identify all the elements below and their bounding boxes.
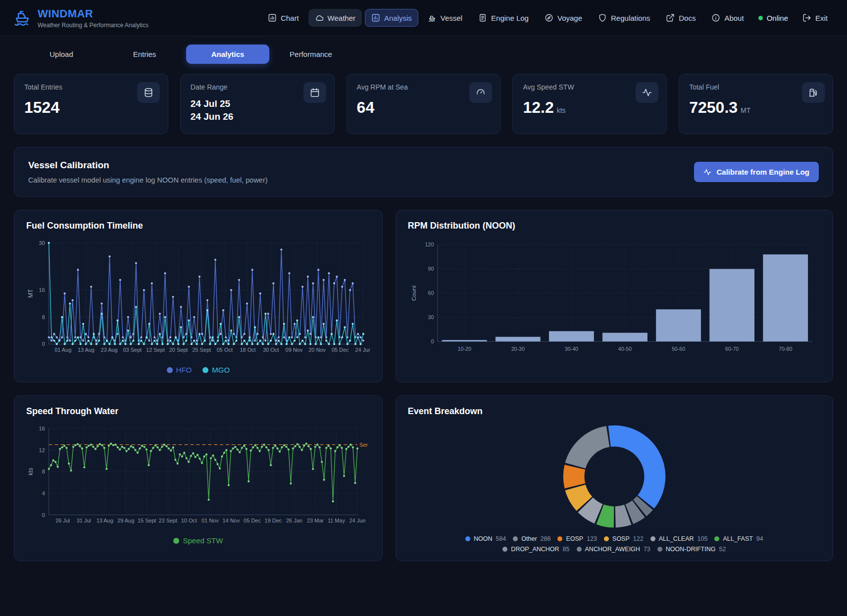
stats-row: Total Entries 1524 Date Range 24 Jul 25 …: [0, 71, 847, 134]
tab-entries[interactable]: Entries: [103, 45, 186, 64]
stat-label: Total Entries: [24, 83, 62, 91]
svg-text:23 Sept: 23 Sept: [158, 518, 177, 524]
donut-segment-eosp[interactable]: [574, 467, 575, 486]
legend-item-hfo[interactable]: HFO: [167, 366, 192, 374]
legend-count: 105: [698, 535, 708, 542]
legend-item-speed-stw[interactable]: Speed STW: [173, 536, 223, 545]
legend-item-eosp[interactable]: EOSP123: [557, 535, 597, 542]
svg-text:25 Sept: 25 Sept: [192, 347, 211, 353]
svg-text:24 Jun: 24 Jun: [355, 347, 370, 353]
nav-item-docs[interactable]: Docs: [659, 9, 702, 27]
legend-item-noon-drifting[interactable]: NOON-DRIFTING52: [657, 546, 726, 553]
nav-item-weather[interactable]: Weather: [308, 9, 362, 27]
svg-text:29 Aug: 29 Aug: [117, 518, 134, 524]
svg-text:01 Aug: 01 Aug: [54, 347, 71, 353]
legend-label: ALL_FAST: [723, 535, 752, 542]
donut-segment-all_clear[interactable]: [586, 505, 599, 514]
calibrate-button-label: Calibrate from Engine Log: [716, 168, 809, 176]
legend-item-mgo[interactable]: MGO: [202, 366, 230, 374]
activity-icon: [636, 82, 658, 103]
legend-item-all-clear[interactable]: ALL_CLEAR105: [650, 535, 708, 542]
svg-text:23 Aug: 23 Aug: [101, 347, 118, 353]
legend-item-sosp[interactable]: SOSP122: [604, 535, 644, 542]
legend-count: 52: [719, 546, 726, 553]
analysis-icon: [371, 13, 380, 22]
legend-count: 94: [756, 535, 763, 542]
fuel-consumption-chart[interactable]: 01 Aug13 Aug23 Aug03 Sept12 Sept20 Sept2…: [26, 238, 370, 362]
svg-text:10-20: 10-20: [457, 346, 471, 352]
legend-count: 123: [587, 535, 597, 542]
donut-segment-noon-drifting[interactable]: [640, 503, 645, 508]
svg-text:12: 12: [39, 447, 45, 453]
weather-icon: [315, 13, 324, 22]
svg-text:03 Sept: 03 Sept: [123, 347, 142, 353]
panel-speed-through-water: Speed Through Water 26 Jul31 Jul13 Aug29…: [14, 395, 383, 561]
tab-upload[interactable]: Upload: [20, 45, 103, 64]
calibrate-button[interactable]: Calibrate from Engine Log: [694, 162, 819, 182]
legend-item-drop-anchor[interactable]: DROP_ANCHOR85: [502, 546, 569, 553]
legend-count: 122: [633, 535, 644, 542]
legend-item-noon[interactable]: NOON584: [465, 535, 506, 542]
regulations-icon: [598, 13, 607, 22]
nav-item-engine-log[interactable]: Engine Log: [472, 9, 535, 27]
svg-text:05 Oct: 05 Oct: [217, 347, 233, 353]
nav-item-about[interactable]: About: [705, 9, 750, 27]
stat-label: Avg RPM at Sea: [357, 83, 408, 91]
svg-text:30: 30: [428, 314, 434, 320]
tab-performance[interactable]: Performance: [269, 45, 352, 64]
chart-title: Fuel Consumption Timeline: [26, 221, 370, 231]
rpm-distribution-chart[interactable]: 030609012010-2020-3030-4040-5050-6060-70…: [408, 238, 821, 362]
svg-text:8: 8: [42, 469, 45, 474]
legend-dot-icon: [650, 536, 655, 541]
donut-segment-other[interactable]: [575, 436, 608, 466]
app-logo: WINDMAR Weather Routing & Performance An…: [13, 7, 149, 29]
svg-text:16: 16: [39, 426, 45, 431]
fuel-icon: [802, 82, 825, 103]
speed-through-water-chart[interactable]: 26 Jul31 Jul13 Aug29 Aug15 Sept23 Sept10…: [26, 424, 370, 532]
ship-logo-icon: [13, 8, 32, 27]
svg-text:MT: MT: [27, 289, 34, 298]
legend-item-other[interactable]: Other286: [513, 535, 550, 542]
svg-text:90: 90: [428, 266, 434, 272]
nav-label: Docs: [679, 14, 696, 22]
svg-text:20-30: 20-30: [511, 346, 524, 352]
donut-segment-all_fast[interactable]: [600, 515, 614, 517]
svg-text:30 Oct: 30 Oct: [263, 347, 279, 353]
donut-segment-anchor_aweigh[interactable]: [629, 509, 639, 514]
svg-text:50-60: 50-60: [672, 346, 685, 352]
legend-dot-icon: [577, 547, 582, 552]
donut-segment-noon[interactable]: [609, 436, 655, 502]
legend-dot-icon: [513, 536, 518, 541]
svg-text:13 Aug: 13 Aug: [97, 518, 113, 524]
legend-label: Speed STW: [183, 536, 223, 545]
nav-item-chart[interactable]: Chart: [261, 9, 305, 27]
svg-text:26 Jan: 26 Jan: [286, 518, 302, 524]
donut-segment-drop_anchor[interactable]: [615, 515, 628, 517]
legend-count: 584: [496, 535, 506, 542]
stat-card-total-fuel: Total Fuel 7250.3MT: [679, 74, 833, 134]
stat-unit: MT: [741, 106, 750, 114]
donut-segment-sosp[interactable]: [575, 487, 584, 504]
nav-item-vessel[interactable]: Vessel: [421, 9, 469, 27]
svg-text:0: 0: [42, 512, 45, 518]
chart-title: Event Breakdown: [408, 406, 821, 417]
about-icon: [711, 13, 720, 22]
stat-unit: kts: [557, 106, 566, 114]
legend-item-all-fast[interactable]: ALL_FAST94: [714, 535, 763, 542]
legend-item-anchor-aweigh[interactable]: ANCHOR_AWEIGH73: [577, 546, 650, 553]
exit-button[interactable]: Exit: [796, 9, 834, 27]
nav-item-voyage[interactable]: Voyage: [538, 9, 589, 27]
nav-item-analysis[interactable]: Analysis: [365, 9, 418, 27]
chart-icon: [268, 13, 277, 22]
svg-text:20 Nov: 20 Nov: [308, 347, 326, 353]
nav-item-regulations[interactable]: Regulations: [592, 9, 656, 27]
stat-label: Date Range: [191, 83, 228, 91]
legend-label: Other: [521, 535, 537, 542]
legend-dot-icon: [657, 547, 662, 552]
event-breakdown-donut-chart[interactable]: [561, 424, 667, 529]
charts-grid: Fuel Consumption Timeline 01 Aug13 Aug23…: [14, 210, 833, 561]
stat-card-avg-rpm: Avg RPM at Sea 64: [347, 74, 501, 134]
tab-analytics[interactable]: Analytics: [186, 45, 269, 64]
nav-label: Engine Log: [491, 14, 529, 22]
speed-chart-legend: Speed STW: [26, 536, 370, 545]
